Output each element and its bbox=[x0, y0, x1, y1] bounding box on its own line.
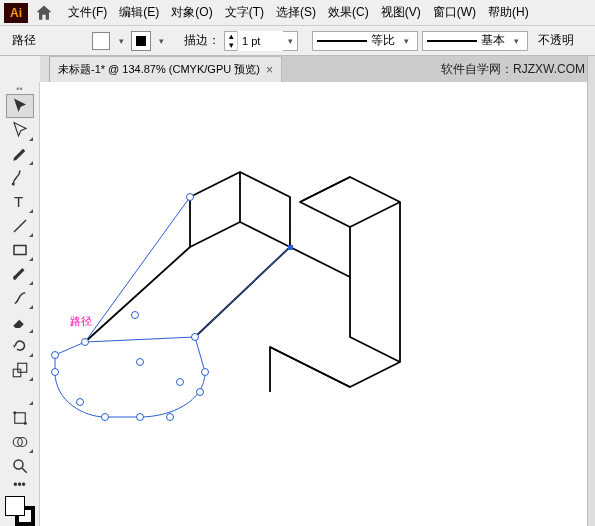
brush-definition[interactable]: 基本 bbox=[422, 31, 528, 51]
stroke-label: 描边： bbox=[184, 32, 220, 49]
svg-point-19 bbox=[167, 414, 174, 421]
tool-panel: •• T ••• bbox=[0, 82, 40, 526]
control-bar: 路径 描边： ▴▾ 等比 基本 不透明 bbox=[0, 26, 595, 56]
svg-point-18 bbox=[137, 414, 144, 421]
stroke-swatch[interactable] bbox=[132, 32, 150, 50]
fill-swatch[interactable] bbox=[92, 32, 110, 50]
stroke-stepper[interactable]: ▴▾ bbox=[225, 32, 237, 50]
menu-object[interactable]: 对象(O) bbox=[165, 0, 218, 25]
svg-point-0 bbox=[11, 183, 14, 186]
scale-tool[interactable] bbox=[6, 358, 34, 382]
menu-help[interactable]: 帮助(H) bbox=[482, 0, 535, 25]
svg-point-20 bbox=[202, 369, 209, 376]
menu-effect[interactable]: 效果(C) bbox=[322, 0, 375, 25]
opacity-label[interactable]: 不透明 bbox=[532, 32, 574, 49]
svg-rect-4 bbox=[13, 369, 21, 377]
type-tool[interactable]: T bbox=[6, 190, 34, 214]
app-logo: Ai bbox=[4, 3, 28, 23]
home-icon[interactable] bbox=[34, 3, 54, 23]
stroke-weight-dropdown[interactable] bbox=[283, 32, 297, 50]
width-tool[interactable] bbox=[6, 382, 34, 406]
watermark-text: 软件自学网：RJZXW.COM bbox=[431, 56, 595, 82]
line-segment-tool[interactable] bbox=[6, 214, 34, 238]
shape-builder-tool[interactable] bbox=[6, 430, 34, 454]
tab-expand-handle[interactable] bbox=[40, 56, 50, 82]
svg-rect-27 bbox=[288, 245, 293, 250]
direct-selection-tool[interactable] bbox=[6, 118, 34, 142]
rotate-tool[interactable] bbox=[6, 334, 34, 358]
svg-rect-3 bbox=[14, 246, 26, 255]
right-panel-collapsed[interactable] bbox=[587, 56, 595, 526]
svg-point-23 bbox=[137, 359, 144, 366]
close-tab-icon[interactable]: × bbox=[266, 63, 273, 77]
document-tab[interactable]: 未标题-1* @ 134.87% (CMYK/GPU 预览) × bbox=[50, 56, 282, 82]
panel-grip[interactable]: •• bbox=[6, 84, 34, 94]
eraser-tool[interactable] bbox=[6, 310, 34, 334]
shaper-tool[interactable] bbox=[6, 286, 34, 310]
svg-point-16 bbox=[52, 369, 59, 376]
svg-rect-5 bbox=[17, 363, 26, 372]
variable-width-profile[interactable]: 等比 bbox=[312, 31, 418, 51]
canvas[interactable]: 路径 bbox=[40, 82, 587, 526]
curvature-tool[interactable] bbox=[6, 166, 34, 190]
svg-text:T: T bbox=[14, 193, 23, 210]
svg-point-15 bbox=[52, 352, 59, 359]
svg-point-24 bbox=[177, 379, 184, 386]
rectangle-tool[interactable] bbox=[6, 238, 34, 262]
selection-tool[interactable] bbox=[6, 94, 34, 118]
svg-point-8 bbox=[23, 422, 26, 425]
svg-point-25 bbox=[197, 389, 204, 396]
path-anchor-label: 路径 bbox=[70, 314, 92, 329]
svg-line-12 bbox=[22, 468, 27, 473]
stroke-dropdown[interactable] bbox=[154, 32, 168, 50]
menu-file[interactable]: 文件(F) bbox=[62, 0, 113, 25]
svg-point-26 bbox=[77, 399, 84, 406]
line-sample-icon bbox=[317, 40, 367, 42]
menu-bar: Ai 文件(F) 编辑(E) 对象(O) 文字(T) 选择(S) 效果(C) 视… bbox=[0, 0, 595, 26]
stroke-weight-input[interactable] bbox=[237, 31, 283, 51]
menu-window[interactable]: 窗口(W) bbox=[427, 0, 482, 25]
selection-type-label: 路径 bbox=[8, 32, 44, 49]
svg-point-7 bbox=[13, 411, 16, 414]
menu-type[interactable]: 文字(T) bbox=[219, 0, 270, 25]
free-transform-tool[interactable] bbox=[6, 406, 34, 430]
svg-rect-6 bbox=[14, 413, 25, 424]
svg-point-13 bbox=[187, 194, 194, 201]
document-tab-title: 未标题-1* @ 134.87% (CMYK/GPU 预览) bbox=[58, 62, 260, 77]
paintbrush-tool[interactable] bbox=[6, 262, 34, 286]
svg-point-21 bbox=[192, 334, 199, 341]
menu-select[interactable]: 选择(S) bbox=[270, 0, 322, 25]
svg-line-2 bbox=[14, 220, 26, 232]
pen-tool[interactable] bbox=[6, 142, 34, 166]
document-tab-bar: 未标题-1* @ 134.87% (CMYK/GPU 预览) × 软件自学网：R… bbox=[40, 56, 595, 82]
zoom-tool[interactable] bbox=[6, 454, 34, 478]
line-sample-icon bbox=[427, 40, 477, 42]
toolbar-more[interactable]: ••• bbox=[6, 478, 34, 492]
fill-dropdown[interactable] bbox=[114, 32, 128, 50]
svg-point-17 bbox=[102, 414, 109, 421]
svg-point-22 bbox=[132, 312, 139, 319]
menu-view[interactable]: 视图(V) bbox=[375, 0, 427, 25]
svg-point-11 bbox=[14, 460, 23, 469]
fill-stroke-control[interactable] bbox=[5, 496, 35, 526]
menu-edit[interactable]: 编辑(E) bbox=[113, 0, 165, 25]
svg-point-14 bbox=[82, 339, 89, 346]
